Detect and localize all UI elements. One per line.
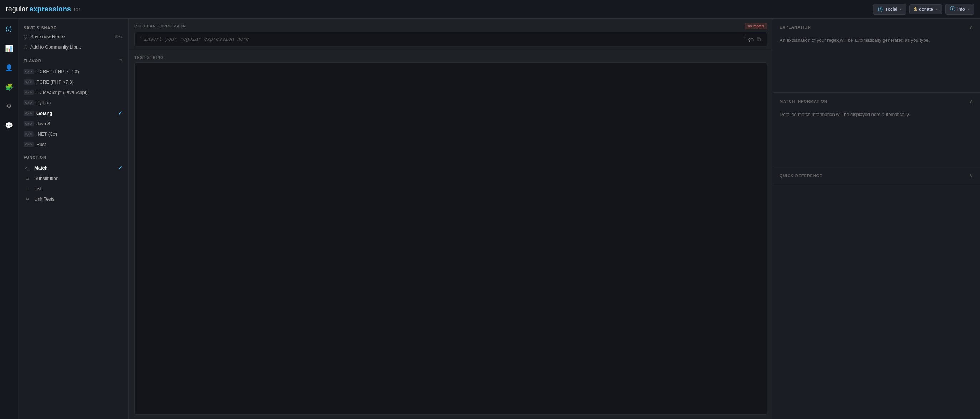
sidebar-icon-puzzle[interactable]: 🧩 (3, 81, 15, 94)
match-info-body: Detailed match information will be displ… (773, 110, 980, 167)
sidebar-icon-chart[interactable]: 📊 (3, 42, 15, 55)
topnav: regular expressions 101 ⟨/⟩ social ▾ $ d… (0, 0, 980, 19)
explanation-header[interactable]: EXPLANATION ∧ (773, 19, 980, 35)
flavor-rust-label: Rust (37, 142, 46, 147)
flavor-golang[interactable]: </> Golang ✓ (18, 108, 128, 119)
flavor-python[interactable]: </> Python (18, 97, 128, 108)
donate-button[interactable]: $ donate ▾ (909, 4, 942, 14)
save-icon: ⬡ (24, 34, 27, 39)
save-share-header: SAVE & SHARE (18, 24, 128, 32)
logo-regular: regular (6, 5, 28, 13)
regex-flags[interactable]: gm (748, 37, 754, 42)
flavor-python-label: Python (37, 100, 51, 105)
list-icon: ≡ (24, 186, 32, 191)
flavor-rust[interactable]: </> Rust (18, 139, 128, 149)
flavor-code-icon: </> (24, 69, 33, 74)
topnav-right: ⟨/⟩ social ▾ $ donate ▾ ⓘ info ▾ (873, 3, 974, 14)
social-icon: ⟨/⟩ (878, 6, 883, 13)
match-icon: >_ (24, 165, 32, 170)
regex-section: REGULAR EXPRESSION no match ` insert you… (129, 19, 773, 51)
substitution-icon: ⇄ (24, 176, 32, 181)
flavor-java-label: Java 8 (37, 121, 50, 126)
function-label: FUNCTION (24, 155, 46, 160)
right-panel: EXPLANATION ∧ An explanation of your reg… (773, 19, 980, 419)
explanation-collapse-icon[interactable]: ∧ (969, 24, 974, 30)
save-new-label: Save new Regex (30, 34, 65, 39)
flavor-dotnet-label: .NET (C#) (37, 131, 57, 137)
logo-version: 101 (73, 7, 81, 13)
copy-button[interactable]: ⧉ (756, 35, 762, 43)
unit-tests-icon: ⊙ (24, 197, 32, 202)
function-substitution[interactable]: ⇄ Substitution (18, 173, 128, 183)
regex-input-row: ` insert your regular expression here ` … (134, 32, 767, 46)
flavor-ecmascript[interactable]: </> ECMAScript (JavaScript) (18, 87, 128, 97)
info-button[interactable]: ⓘ info ▾ (945, 3, 974, 14)
function-check-icon: ✓ (118, 165, 123, 171)
flavor-pcre[interactable]: </> PCRE (PHP <7.3) (18, 77, 128, 87)
info-label: info (958, 6, 965, 12)
function-match-label: Match (34, 165, 48, 171)
quick-ref-section: QUICK REFERENCE ∨ (773, 167, 980, 184)
info-icon: ⓘ (950, 6, 955, 13)
test-textarea[interactable] (134, 62, 767, 415)
flavor-ecmascript-label: ECMAScript (JavaScript) (37, 90, 88, 95)
flavor-dotnet[interactable]: </> .NET (C#) (18, 129, 128, 139)
flavor-code-icon: </> (24, 121, 33, 126)
flavor-code-icon: </> (24, 100, 33, 105)
sidebar-icon-code[interactable]: ⟨/⟩ (3, 23, 15, 36)
donate-icon: $ (914, 6, 917, 12)
flavor-java[interactable]: </> Java 8 (18, 119, 128, 129)
donate-caret: ▾ (936, 7, 938, 11)
flavor-help-icon[interactable]: ? (119, 58, 123, 63)
social-label: social (885, 6, 897, 12)
explanation-body: An explanation of your regex will be aut… (773, 35, 980, 92)
regex-delimiter-open: ` (139, 37, 142, 42)
sidebar-icon-user[interactable]: 👤 (3, 61, 15, 74)
flavor-code-icon: </> (24, 131, 33, 137)
match-info-collapse-icon[interactable]: ∧ (969, 98, 974, 105)
flavor-label: FLAVOR (24, 59, 41, 63)
test-section: TEST STRING (129, 51, 773, 419)
add-community-item[interactable]: ⬡ Add to Community Libr... (18, 42, 128, 52)
flavor-pcre-label: PCRE (PHP <7.3) (37, 79, 73, 84)
save-share-label: SAVE & SHARE (24, 26, 56, 30)
left-panel: SAVE & SHARE ⬡ Save new Regex ⌘+s ⬡ Add … (18, 19, 129, 419)
match-info-text: Detailed match information will be displ… (780, 112, 910, 117)
sidebar-icon-settings[interactable]: ⚙ (3, 100, 15, 113)
save-shortcut: ⌘+s (114, 34, 123, 39)
regex-header: REGULAR EXPRESSION no match (134, 23, 767, 29)
regex-label: REGULAR EXPRESSION (134, 24, 186, 28)
function-substitution-label: Substitution (34, 176, 59, 181)
flavor-pcre2-label: PCRE2 (PHP >=7.3) (37, 69, 79, 74)
donate-label: donate (919, 6, 933, 12)
main-layout: ⟨/⟩ 📊 👤 🧩 ⚙ 💬 SAVE & SHARE ⬡ Save new Re… (0, 19, 980, 419)
flavor-list: </> PCRE2 (PHP >=7.3) </> PCRE (PHP <7.3… (18, 67, 128, 149)
flavor-check-icon: ✓ (118, 110, 123, 116)
function-match[interactable]: >_ Match ✓ (18, 162, 128, 173)
match-info-section: MATCH INFORMATION ∧ Detailed match infor… (773, 93, 980, 167)
regex-input[interactable]: insert your regular expression here (144, 37, 741, 42)
center-panel: REGULAR EXPRESSION no match ` insert you… (129, 19, 773, 419)
function-unit-tests[interactable]: ⊙ Unit Tests (18, 194, 128, 204)
function-header: FUNCTION (18, 153, 128, 161)
match-info-title: MATCH INFORMATION (780, 99, 827, 103)
icon-sidebar: ⟨/⟩ 📊 👤 🧩 ⚙ 💬 (0, 19, 18, 419)
sidebar-icon-chat[interactable]: 💬 (3, 119, 15, 132)
flavor-pcre2[interactable]: </> PCRE2 (PHP >=7.3) (18, 67, 128, 77)
logo-expressions: expressions (29, 5, 71, 13)
match-info-header[interactable]: MATCH INFORMATION ∧ (773, 93, 980, 110)
quick-ref-header[interactable]: QUICK REFERENCE ∨ (773, 167, 980, 184)
explanation-text: An explanation of your regex will be aut… (780, 38, 930, 43)
add-community-label: Add to Community Libr... (30, 44, 81, 49)
test-label: TEST STRING (134, 55, 767, 60)
community-icon: ⬡ (24, 44, 27, 49)
info-caret: ▾ (968, 7, 970, 11)
logo: regular expressions 101 (6, 5, 873, 13)
explanation-section: EXPLANATION ∧ An explanation of your reg… (773, 19, 980, 93)
function-list[interactable]: ≡ List (18, 183, 128, 194)
save-new-regex-item[interactable]: ⬡ Save new Regex ⌘+s (18, 32, 128, 42)
no-match-badge: no match (745, 23, 767, 29)
social-button[interactable]: ⟨/⟩ social ▾ (873, 4, 907, 14)
quick-ref-collapse-icon[interactable]: ∨ (969, 172, 974, 179)
flavor-code-icon: </> (24, 111, 33, 116)
